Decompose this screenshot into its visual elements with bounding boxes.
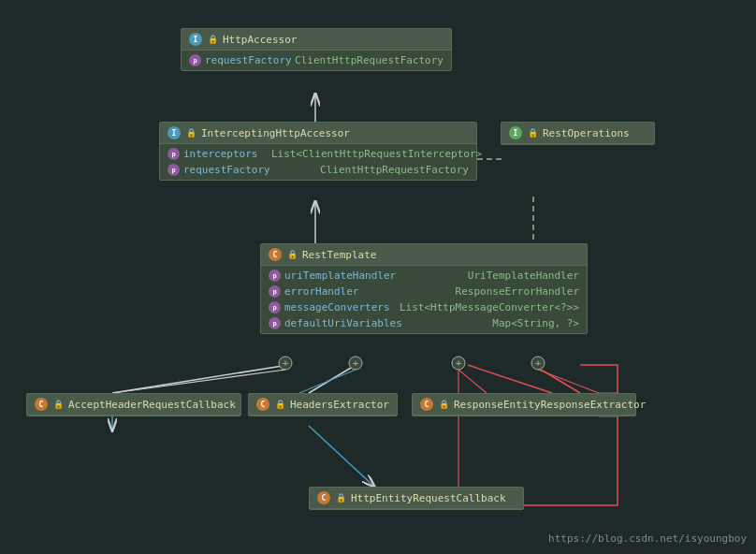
class-name: RestOperations — [543, 127, 630, 139]
headers-extractor-box: C 🔒 HeadersExtractor — [248, 393, 398, 416]
http-accessor-header: I 🔒 HttpAccessor — [182, 29, 451, 51]
rest-template-header: C 🔒 RestTemplate — [261, 244, 587, 266]
svg-text:+: + — [456, 357, 462, 370]
svg-point-19 — [452, 357, 465, 370]
svg-line-9 — [112, 365, 288, 393]
lock-icon: 🔒 — [184, 126, 197, 139]
field-row: p requestFactory ClientHttpRequestFactor… — [182, 52, 451, 68]
response-entity-response-extractor-box: C 🔒 ResponseEntityResponseExtractor — [412, 393, 636, 416]
property-icon: p — [269, 285, 281, 298]
lock-icon: 🔒 — [334, 491, 347, 504]
response-entity-header: C 🔒 ResponseEntityResponseExtractor — [413, 394, 635, 416]
intercepting-http-accessor-box: I 🔒 InterceptingHttpAccessor p intercept… — [159, 122, 477, 181]
field-name: errorHandler — [284, 285, 369, 298]
field-name: interceptors — [183, 148, 268, 160]
lock-icon: 🔒 — [51, 398, 65, 411]
field-type: UriTemplateHandler — [468, 270, 579, 282]
svg-text:+: + — [535, 357, 542, 370]
property-icon: p — [167, 148, 180, 160]
field-type: ClientHttpRequestFactory — [320, 164, 469, 176]
svg-line-26 — [538, 370, 599, 393]
diagram-canvas: + + + — [0, 0, 756, 554]
svg-point-17 — [349, 357, 362, 370]
http-accessor-fields: p requestFactory ClientHttpRequestFactor… — [182, 51, 451, 70]
property-icon: p — [189, 54, 201, 66]
property-icon: p — [269, 317, 281, 329]
class-icon: C — [420, 398, 433, 411]
headers-extractor-header: C 🔒 HeadersExtractor — [249, 394, 397, 416]
field-type: List<ClientHttpRequestInterceptor> — [271, 148, 482, 160]
accept-header-header: C 🔒 AcceptHeaderRequestCallback — [27, 394, 240, 416]
svg-text:+: + — [283, 357, 289, 370]
class-name: ResponseEntityResponseExtractor — [454, 399, 646, 411]
svg-line-14 — [309, 426, 374, 487]
intercepting-fields: p interceptors List<ClientHttpRequestInt… — [160, 144, 476, 180]
field-name: uriTemplateHandler — [284, 270, 396, 282]
class-name: AcceptHeaderRequestCallback — [68, 399, 236, 411]
svg-line-10 — [309, 365, 356, 393]
class-name: HttpEntityRequestCallback — [351, 492, 506, 504]
field-type: Map<String, ?> — [492, 317, 579, 329]
property-icon: p — [167, 164, 180, 176]
field-row: p messageConverters List<HttpMessageConv… — [261, 299, 587, 315]
watermark: https://blog.csdn.net/isyoungboy — [548, 532, 747, 545]
interface-icon: I — [167, 126, 181, 139]
svg-line-11 — [468, 365, 552, 393]
field-row: p defaultUriVariables Map<String, ?> — [261, 315, 587, 331]
property-icon: p — [269, 301, 281, 313]
field-type: ResponseErrorHandler — [456, 285, 579, 298]
field-row: p errorHandler ResponseErrorHandler — [261, 284, 587, 299]
class-icon: C — [269, 248, 282, 261]
class-name: InterceptingHttpAccessor — [201, 127, 350, 139]
rest-operations-box: I 🔒 RestOperations — [501, 122, 655, 145]
lock-icon: 🔒 — [285, 248, 298, 261]
field-row-requestfactory: p requestFactory ClientHttpRequestFactor… — [160, 162, 476, 178]
interface-icon: I — [509, 126, 522, 139]
http-entity-request-callback-box: C 🔒 HttpEntityRequestCallback — [309, 487, 524, 510]
rest-template-box: C 🔒 RestTemplate p uriTemplateHandler Ur… — [260, 243, 588, 334]
field-name: requestFactory — [183, 164, 270, 176]
svg-line-23 — [112, 370, 285, 393]
field-name: requestFactory — [205, 54, 291, 66]
field-row-interceptors: p interceptors List<ClientHttpRequestInt… — [160, 146, 476, 162]
field-name: defaultUriVariables — [284, 317, 402, 329]
svg-line-25 — [458, 370, 487, 393]
class-name: HeadersExtractor — [290, 399, 389, 411]
field-type: List<HttpMessageConverter<?>> — [400, 301, 579, 313]
intercepting-header: I 🔒 InterceptingHttpAccessor — [160, 123, 476, 144]
lock-icon: 🔒 — [206, 33, 219, 46]
field-name: messageConverters — [284, 301, 390, 313]
http-accessor-box: I 🔒 HttpAccessor p requestFactory Client… — [181, 28, 452, 71]
svg-line-12 — [533, 365, 580, 393]
http-entity-header: C 🔒 HttpEntityRequestCallback — [310, 488, 523, 509]
lock-icon: 🔒 — [437, 398, 450, 411]
rest-template-fields: p uriTemplateHandler UriTemplateHandler … — [261, 266, 587, 333]
interface-icon: I — [189, 33, 202, 46]
property-icon: p — [269, 270, 281, 282]
svg-line-24 — [299, 370, 356, 393]
class-name: HttpAccessor — [223, 34, 297, 46]
lock-icon: 🔒 — [273, 398, 286, 411]
rest-operations-header: I 🔒 RestOperations — [502, 123, 654, 144]
accept-header-request-callback-box: C 🔒 AcceptHeaderRequestCallback — [26, 393, 241, 416]
svg-point-15 — [279, 357, 292, 370]
lock-icon: 🔒 — [526, 126, 539, 139]
class-name: RestTemplate — [302, 249, 376, 261]
class-icon: C — [256, 398, 269, 411]
class-icon: C — [35, 398, 48, 411]
class-icon: C — [317, 491, 330, 504]
svg-point-21 — [531, 357, 545, 370]
svg-text:+: + — [353, 357, 359, 370]
field-type: ClientHttpRequestFactory — [295, 54, 443, 66]
field-row: p uriTemplateHandler UriTemplateHandler — [261, 268, 587, 284]
